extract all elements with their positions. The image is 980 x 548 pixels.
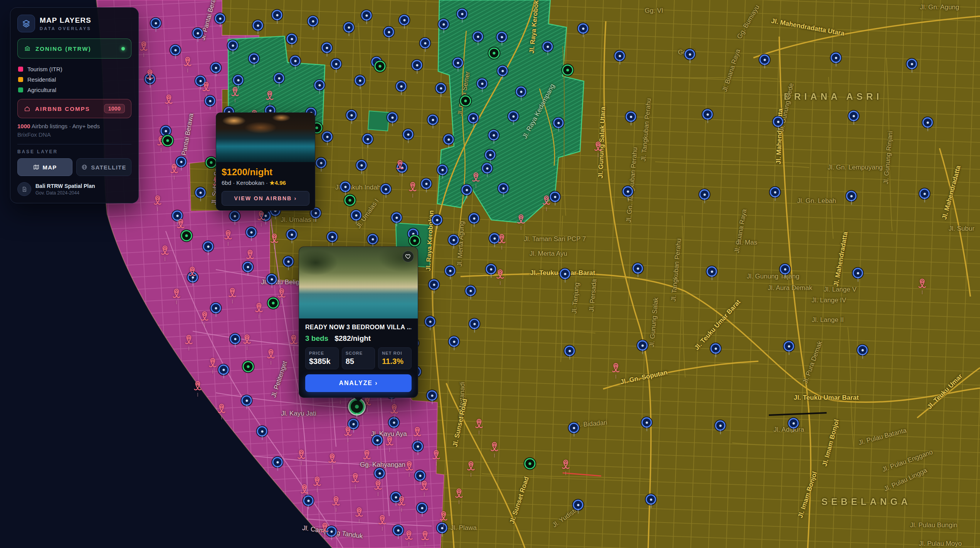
listing-pin-blue[interactable] [703,109,713,120]
listing-pin-blue[interactable] [437,523,447,533]
listing-pin-blue[interactable] [543,42,553,52]
listing-pin-blue[interactable] [331,59,341,69]
airbnb-comp-pin[interactable] [192,380,203,393]
listing-pin-blue[interactable] [344,22,354,33]
listing-pin-blue[interactable] [573,500,583,510]
airbnb-comp-pin[interactable] [216,403,227,416]
listing-pin-blue[interactable] [272,457,283,468]
verified-pin-green[interactable] [562,65,573,76]
airbnb-comp-pin[interactable] [152,194,163,208]
airbnb-comp-pin[interactable] [175,218,187,231]
verified-pin-green[interactable] [409,235,420,246]
airbnb-comp-pin[interactable] [311,476,323,489]
airbnb-comp-pin[interactable] [342,426,354,439]
airbnb-comp-pin[interactable] [253,302,265,315]
listing-pin-blue[interactable] [469,213,479,224]
listing-pin-blue[interactable] [685,49,695,60]
listing-pin-blue[interactable] [287,34,297,44]
verified-pin-green[interactable] [489,48,500,59]
listing-pin-blue[interactable] [242,395,252,406]
listing-pin-blue[interactable] [246,227,257,238]
listing-pin-blue[interactable] [565,346,575,356]
listing-pin-blue[interactable] [425,317,435,327]
airbnb-comp-pin[interactable] [288,334,299,347]
listing-pin-blue[interactable] [469,319,480,329]
airbnb-comp-pin[interactable] [350,472,361,485]
listing-pin-blue[interactable] [368,234,378,245]
listing-pin-blue[interactable] [449,235,459,245]
listing-pin-blue[interactable] [195,188,206,198]
base-layer-satellite-button[interactable]: SATELLITE [76,158,131,176]
listing-pin-blue[interactable] [420,38,430,49]
airbnb-comp-pin[interactable] [388,403,400,416]
airbnb-comp-pin[interactable] [296,449,307,462]
airbnb-comp-pin[interactable] [207,357,219,370]
airbnb-comp-pin[interactable] [515,213,527,226]
verified-pin-green[interactable] [345,195,356,206]
listing-pin-blue[interactable] [211,63,221,73]
listing-pin-blue[interactable] [356,160,367,171]
airbnb-comp-pin[interactable] [199,310,210,323]
listing-pin-blue[interactable] [211,303,221,313]
listing-pin-blue[interactable] [403,129,414,140]
listing-pin-blue[interactable] [283,256,294,267]
listing-pin-blue[interactable] [444,134,454,145]
listing-pin-blue[interactable] [553,118,564,128]
airbnb-comp-pin[interactable] [419,480,430,493]
listing-pin-blue[interactable] [715,421,726,431]
listing-pin-blue[interactable] [399,15,410,25]
airbnb-comp-pin[interactable] [496,233,508,246]
listing-pin-blue[interactable] [642,417,652,428]
airbnb-comp-pin[interactable] [372,479,384,493]
listing-pin-blue[interactable] [853,268,863,278]
listing-pin-blue[interactable] [436,83,446,94]
listing-pin-blue[interactable] [907,59,917,69]
airbnb-comp-pin[interactable] [227,287,238,300]
listing-pin-blue[interactable] [432,215,442,225]
listing-pin-blue[interactable] [760,55,770,65]
listing-pin-blue[interactable] [707,266,717,277]
base-layer-map-button[interactable]: MAP [17,158,72,176]
listing-pin-blue[interactable] [477,79,487,89]
verified-pin-green[interactable] [243,361,254,372]
listing-pin-blue[interactable] [203,241,213,252]
listing-pin-blue[interactable] [780,264,790,275]
listing-pin-blue[interactable] [473,32,483,42]
listing-pin-blue[interactable] [372,435,383,446]
listing-pin-blue[interactable] [253,20,263,31]
airbnb-comp-pin[interactable] [403,460,415,473]
listing-pin-blue[interactable] [151,18,161,28]
listing-pin-blue[interactable] [322,132,333,142]
listing-pin-blue[interactable] [267,274,277,285]
listing-pin-blue[interactable] [219,365,229,375]
listing-pin-blue[interactable] [623,186,633,197]
airbnb-comp-pin[interactable] [430,449,442,462]
listing-pin-blue[interactable] [413,441,423,452]
listing-pin-blue[interactable] [578,23,588,34]
airbnb-comp-pin[interactable] [168,163,180,176]
listing-pin-blue[interactable] [569,423,579,433]
airbnb-comp-pin[interactable] [265,348,277,361]
listing-pin-blue[interactable] [445,266,456,276]
verified-pin-green[interactable] [268,298,279,309]
airbnb-comp-pin[interactable] [407,181,419,194]
airbnb-comp-pin[interactable] [330,495,342,508]
listing-pin-blue[interactable] [287,230,297,240]
airbnb-comp-pin[interactable] [438,510,449,523]
airbnb-comp-pin[interactable] [222,229,234,242]
verified-pin-green[interactable] [524,458,536,469]
verified-pin-green[interactable] [460,96,471,107]
airbnb-comp-pin[interactable] [403,530,415,543]
listing-pin-blue[interactable] [453,58,463,68]
airbnb-comp-pin[interactable] [396,495,407,508]
listing-pin-blue[interactable] [243,262,253,272]
airbnb-comp-pin[interactable] [138,40,150,54]
airbnb-comp-pin[interactable] [183,334,195,347]
listing-pin-blue[interactable] [396,81,407,92]
listing-pin-blue[interactable] [417,503,427,513]
listing-pin-blue[interactable] [462,185,472,195]
listing-pin-blue[interactable] [387,112,398,123]
listing-pin-blue[interactable] [831,53,841,63]
airbnb-comp-pin[interactable] [394,159,406,172]
listing-pin-blue[interactable] [230,211,240,221]
